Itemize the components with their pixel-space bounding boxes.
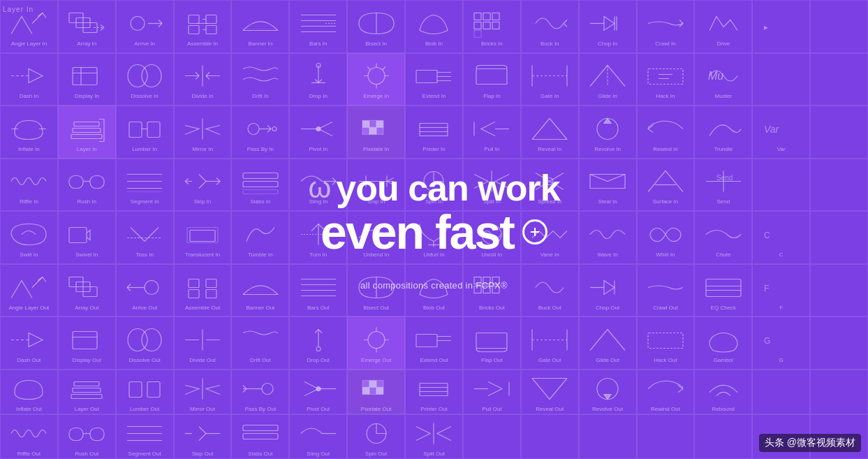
grid-item	[810, 105, 868, 159]
grid-item: Dash Out	[0, 316, 58, 370]
grid-item: Buck Out	[521, 264, 579, 317]
svg-rect-32	[73, 68, 97, 85]
grid-item: Bars Out	[289, 264, 347, 317]
svg-line-93	[43, 277, 46, 282]
grid-item: Pass By Out	[231, 370, 289, 414]
grid-item: Dissolve Out	[116, 316, 174, 370]
grid-item: Assemble Out	[174, 264, 232, 317]
grid-item: Arrive Out	[116, 264, 174, 317]
grid-item	[752, 370, 810, 414]
grid-item: Rewind Out	[637, 370, 695, 414]
grid-item-emerge: Emerge In	[347, 53, 405, 106]
svg-rect-115	[483, 286, 490, 293]
svg-point-55	[248, 123, 259, 134]
grid-item: Pivot In	[289, 105, 347, 159]
svg-rect-52	[129, 122, 142, 137]
grid-item: Array In	[58, 0, 116, 53]
grid-item	[694, 414, 752, 459]
svg-text:G: G	[764, 336, 770, 346]
background-grid: Angle Layer In Array In Arrive In Assemb…	[0, 0, 868, 459]
grid-item: Sling Out	[289, 414, 347, 459]
svg-text:Send: Send	[716, 174, 733, 182]
grid-item: Vane In	[521, 211, 579, 264]
grid-item: Rebound	[694, 370, 752, 414]
svg-rect-141	[147, 381, 160, 397]
svg-rect-112	[483, 277, 490, 284]
grid-item: Riffle In	[0, 159, 58, 212]
grid-item: Var Var	[752, 105, 810, 159]
grid-item	[810, 0, 868, 53]
svg-text:C: C	[764, 231, 770, 240]
grid-item: Blob In	[405, 0, 463, 53]
grid-item: Surface In	[637, 159, 695, 212]
grid-item	[637, 414, 695, 459]
svg-rect-157	[90, 428, 104, 440]
svg-rect-116	[492, 286, 499, 293]
grid-item: Spin Out	[347, 414, 405, 459]
grid-item: Banner Out	[231, 264, 289, 317]
grid-item: Revolve In	[579, 105, 637, 159]
grid-item: Send Send	[694, 159, 752, 212]
grid-item: Bisect Out	[347, 264, 405, 317]
grid-item: Reveal Out	[521, 370, 579, 414]
svg-rect-26	[474, 30, 481, 37]
svg-rect-89	[190, 231, 215, 242]
svg-point-56	[272, 126, 277, 131]
svg-rect-103	[189, 289, 199, 298]
grid-item	[810, 264, 868, 317]
svg-rect-42	[416, 71, 437, 83]
grid-item	[810, 53, 868, 106]
svg-point-39	[368, 68, 385, 85]
grid-item: Spread In	[521, 159, 579, 212]
grid-item: Skip In	[174, 159, 232, 212]
grid-item: Unroll In	[463, 211, 521, 264]
grid-item: Drop Out	[289, 316, 347, 370]
svg-rect-139	[74, 381, 99, 386]
svg-rect-149	[369, 387, 376, 394]
grid-item: Reveal In	[521, 105, 579, 159]
svg-text:F: F	[764, 283, 769, 293]
grid-item: Slabs Out	[231, 414, 289, 459]
grid-item: Skip Out	[174, 414, 232, 459]
watermark: 头条 @微客视频素材	[759, 434, 861, 452]
grid-item	[810, 370, 868, 414]
grid-item	[810, 211, 868, 264]
grid-item: Divide In	[174, 53, 232, 106]
svg-rect-119	[706, 279, 741, 296]
grid-item: Chop Out	[579, 264, 637, 317]
grid-item: Mirror Out	[174, 370, 232, 414]
svg-rect-162	[243, 433, 278, 439]
svg-point-7	[131, 16, 145, 30]
grid-item: Spin In	[405, 159, 463, 212]
grid-item: Printer In	[405, 105, 463, 159]
svg-rect-25	[492, 22, 499, 29]
grid-item: Lumber In	[116, 105, 174, 159]
grid-item: Wave In	[579, 211, 637, 264]
grid-item: Pivot Out	[289, 370, 347, 414]
grid-item: Bricks Out	[463, 264, 521, 317]
grid-item: Arrive In	[116, 0, 174, 53]
grid-item: Hack In	[637, 53, 695, 106]
grid-item: Gate Out	[521, 316, 579, 370]
grid-item: F F	[752, 264, 810, 317]
svg-rect-102	[206, 279, 216, 287]
grid-item: Inflate Out	[0, 370, 58, 414]
grid-item: Extend Out	[405, 316, 463, 370]
svg-point-127	[142, 329, 161, 351]
grid-item-pixelate: Pixelate In	[347, 105, 405, 159]
grid-item: Drive	[694, 0, 752, 53]
grid-item: Mirror In	[174, 105, 232, 159]
grid-item: Angle Layer Out	[0, 264, 58, 317]
grid-item: Swirl In	[0, 211, 58, 264]
grid-item: Glide Out	[579, 316, 637, 370]
svg-rect-156	[69, 428, 83, 440]
grid-item: Glide In	[579, 53, 637, 106]
grid-item: Bricks In	[463, 0, 521, 53]
grid-item: Swivel In	[58, 211, 116, 264]
grid-item	[810, 159, 868, 212]
svg-rect-132	[476, 333, 507, 349]
grid-item: Steal In	[579, 159, 637, 212]
svg-line-0	[43, 13, 46, 17]
svg-rect-124	[73, 332, 97, 349]
grid-item: Pass By In	[231, 105, 289, 159]
